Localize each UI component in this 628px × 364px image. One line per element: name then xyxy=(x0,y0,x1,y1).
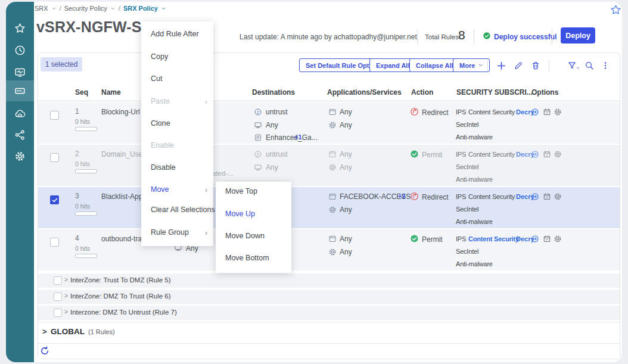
refresh-icon[interactable] xyxy=(40,346,49,356)
expand-chevron-icon[interactable]: > xyxy=(64,309,68,315)
expand-chevron-icon[interactable]: > xyxy=(64,293,68,299)
collapse-all-button[interactable]: Collapse All xyxy=(409,58,460,72)
delete-trash-icon[interactable] xyxy=(531,61,540,70)
more-button[interactable]: More xyxy=(453,58,490,72)
expand-chevron-icon[interactable]: > xyxy=(64,276,68,283)
redirect-action-icon xyxy=(410,107,419,116)
chevron-down-icon xyxy=(110,6,116,11)
row3-application-more-badge[interactable]: +2 xyxy=(398,192,406,200)
monitor-activity-icon[interactable] xyxy=(14,67,26,78)
schedule-calendar-icon[interactable] xyxy=(543,192,551,201)
favorite-star-icon[interactable] xyxy=(610,4,621,15)
arrow-circle-icon[interactable] xyxy=(531,192,539,201)
menu-item-rule-group[interactable]: Rule Group xyxy=(151,228,189,239)
schedule-calendar-icon[interactable] xyxy=(543,235,551,243)
group2-label[interactable]: InterZone: DMZ To Trust (Rule 6) xyxy=(70,293,171,300)
global-section-row[interactable] xyxy=(38,322,620,343)
menu-item-move[interactable]: Move xyxy=(151,185,169,196)
options-gear-icon[interactable] xyxy=(554,235,562,243)
row1-destination-more-badge[interactable]: +1 xyxy=(294,133,302,141)
row2-destination: untrust xyxy=(266,150,288,158)
row4-hits-bar xyxy=(75,254,97,258)
edit-pencil-icon[interactable] xyxy=(514,61,523,70)
global-section-count: (1 Rules) xyxy=(88,328,115,335)
page-title: vSRX-NGFW-SD- xyxy=(36,18,157,36)
options-gear-icon[interactable] xyxy=(554,108,562,116)
filter-caret-icon[interactable] xyxy=(576,66,580,70)
refresh-footer-row xyxy=(38,343,620,359)
deploy-button[interactable]: Deploy xyxy=(561,27,595,43)
more-button-label: More xyxy=(459,62,475,69)
application-icon xyxy=(328,150,337,158)
row2-content-security-label: Content Security xyxy=(468,151,515,158)
row1-antimalware-label: Anti-malware xyxy=(456,133,493,141)
menu-item-add-rule-after[interactable]: Add Rule After xyxy=(151,30,199,41)
row3-antimalware-label: Anti-malware xyxy=(456,218,493,225)
expand-chevron-icon[interactable]: > xyxy=(42,327,47,336)
last-update-text: Last update: A minute ago by achattopadh… xyxy=(240,33,417,41)
row1-destination: untrust xyxy=(266,108,288,116)
group1-checkbox[interactable] xyxy=(54,276,62,285)
submenu-arrow-icon: › xyxy=(205,228,207,237)
breadcrumb-srx[interactable]: SRX xyxy=(35,5,48,12)
arrow-circle-icon[interactable] xyxy=(531,108,539,116)
menu-item-cut[interactable]: Cut xyxy=(151,74,162,85)
network-share-icon[interactable] xyxy=(14,129,26,141)
col-header-destinations: Destinations xyxy=(252,88,295,97)
divider xyxy=(552,29,552,44)
row3-name[interactable]: Blacklist-App xyxy=(101,192,142,201)
search-icon[interactable] xyxy=(585,61,594,70)
zone-icon xyxy=(254,108,262,116)
row2-checkbox[interactable] xyxy=(50,153,59,162)
group1-label[interactable]: InterZone: Trust To DMZ (Rule 5) xyxy=(70,276,171,284)
submenu-arrow-icon: › xyxy=(205,185,207,194)
row1-name[interactable]: Blocking-Url xyxy=(101,108,140,116)
row1-destination: Enhanced_Ga... xyxy=(266,133,318,142)
schedule-calendar-icon[interactable] xyxy=(543,108,551,116)
row3-secintel-label: SecIntel xyxy=(456,206,478,213)
settings-gear-icon[interactable] xyxy=(14,151,26,162)
row4-name[interactable]: outbound-traffi xyxy=(101,235,147,243)
firewall-policies-icon[interactable] xyxy=(14,85,26,97)
cloud-services-icon[interactable] xyxy=(14,108,26,120)
options-gear-icon[interactable] xyxy=(554,150,562,158)
options-gear-icon[interactable] xyxy=(554,192,562,201)
row4-checkbox[interactable] xyxy=(50,238,59,247)
group3-label[interactable]: Interzone: DMZ To Untrust (Rule 7) xyxy=(70,309,177,316)
row2-hits-bar xyxy=(75,169,97,173)
arrow-circle-icon[interactable] xyxy=(531,150,539,158)
schedule-calendar-icon[interactable] xyxy=(543,150,551,158)
menu-item-disable[interactable]: Disable xyxy=(151,163,176,174)
group3-checkbox[interactable] xyxy=(54,309,62,317)
global-section-label[interactable]: GLOBAL xyxy=(51,327,85,336)
menu-item-paste: Paste xyxy=(151,97,170,108)
arrow-circle-icon[interactable] xyxy=(531,235,539,243)
divider xyxy=(474,29,474,44)
row2-antimalware-label: Anti-malware xyxy=(456,176,493,183)
deploy-status-text[interactable]: Deploy successful xyxy=(494,33,557,41)
chevron-down-icon xyxy=(478,63,483,68)
row3-checkbox-checked[interactable] xyxy=(50,195,59,204)
submenu-item-move-down[interactable]: Move Down xyxy=(225,232,265,242)
menu-item-clone[interactable]: Clone xyxy=(151,119,170,130)
row1-hits-bar xyxy=(75,127,97,131)
submenu-item-move-top[interactable]: Move Top xyxy=(225,187,257,198)
submenu-item-move-bottom[interactable]: Move Bottom xyxy=(225,254,269,265)
dashboard-clock-icon[interactable] xyxy=(14,45,26,56)
menu-item-copy[interactable]: Copy xyxy=(151,52,168,63)
row1-action: Redirect xyxy=(422,108,449,117)
group2-checkbox[interactable] xyxy=(54,293,62,301)
row4-seq: 4 xyxy=(75,234,79,242)
row1-ips-label: IPS xyxy=(456,108,466,116)
row1-checkbox[interactable] xyxy=(50,111,59,120)
kebab-menu-icon[interactable] xyxy=(601,61,610,70)
breadcrumb-srx-policy[interactable]: SRX Policy xyxy=(123,5,158,12)
submenu-item-move-up[interactable]: Move Up xyxy=(225,210,255,220)
add-rule-plus-icon[interactable] xyxy=(496,61,506,71)
row1-hits: 0 hits xyxy=(75,118,90,125)
favorites-star-icon[interactable] xyxy=(14,23,26,34)
col-header-applications: Applications/Services xyxy=(327,88,402,97)
menu-item-clear-all-selections[interactable]: Clear All Selections xyxy=(151,206,215,216)
permit-action-icon xyxy=(410,234,419,243)
breadcrumb-security-policy[interactable]: Security Policy xyxy=(64,5,107,12)
